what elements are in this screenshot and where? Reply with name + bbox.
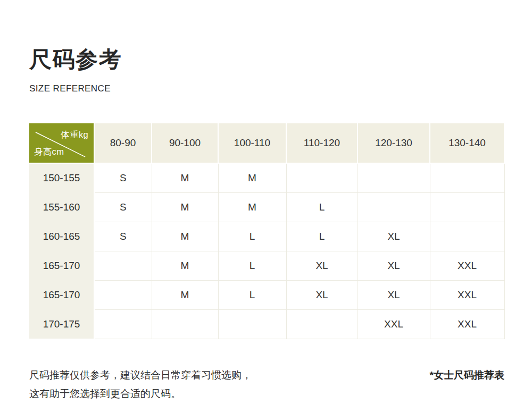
size-cell: M [152,163,218,192]
col-header-weight: 120-130 [358,123,430,163]
col-header-weight: 110-120 [286,123,358,163]
size-cell: XL [286,251,358,280]
corner-cell: 体重kg 身高cm [29,123,94,163]
size-cell: XXL [430,251,504,280]
size-cell [358,192,430,222]
row-header-height: 170-175 [29,309,94,339]
size-cell [94,251,152,280]
table-row: 155-160 S M M L [29,192,504,222]
table-row: 160-165 S M L L XL [29,222,504,251]
size-cell: S [94,222,152,251]
size-cell: M [152,192,218,222]
chart-type-label: *女士尺码推荐表 [430,366,504,384]
size-cell: M [152,251,218,280]
row-header-height: 165-170 [29,251,94,280]
size-cell: XL [358,280,430,309]
table-row: 150-155 S M M [29,163,504,192]
size-cell: XL [358,222,430,251]
size-cell: L [218,251,286,280]
size-cell: M [218,192,286,222]
size-cell [286,309,358,339]
size-cell [430,222,504,251]
col-header-weight: 100-110 [218,123,286,163]
header-row: 体重kg 身高cm 80-90 90-100 100-110 110-120 1… [29,123,504,163]
size-cell [430,192,504,222]
size-cell: M [152,280,218,309]
footer: 尺码推荐仅供参考，建议结合日常穿着习惯选购， 这有助于您选择到更合适的尺码。 *… [29,366,504,403]
size-cell: XL [286,280,358,309]
size-cell: M [152,222,218,251]
size-cell [286,163,358,192]
size-cell [430,163,504,192]
table-row: 170-175 XXL XXL [29,309,504,339]
size-cell: L [218,280,286,309]
row-header-height: 155-160 [29,192,94,222]
size-cell: L [218,222,286,251]
size-cell [152,309,218,339]
page-title: 尺码参考 [29,47,504,72]
size-cell [94,280,152,309]
size-note: 尺码推荐仅供参考，建议结合日常穿着习惯选购， 这有助于您选择到更合适的尺码。 [29,366,252,403]
height-axis-label: 身高cm [34,146,64,158]
size-cell: L [286,222,358,251]
size-chart-body: 150-155 S M M 155-160 S M M L 160-165 S [29,163,504,339]
row-header-height: 150-155 [29,163,94,192]
size-cell: XXL [358,309,430,339]
size-cell: XL [358,251,430,280]
size-cell: M [218,163,286,192]
page-subtitle: SIZE REFERENCE [29,83,504,94]
row-header-height: 160-165 [29,222,94,251]
row-header-height: 165-170 [29,280,94,309]
size-cell [94,309,152,339]
size-cell [358,163,430,192]
size-cell: XXL [430,309,504,339]
size-cell: S [94,163,152,192]
table-row: 165-170 M L XL XL XXL [29,251,504,280]
size-note-line1: 尺码推荐仅供参考，建议结合日常穿着习惯选购， [29,366,252,384]
size-cell: L [286,192,358,222]
size-cell: XXL [430,280,504,309]
size-reference-section: 尺码参考 SIZE REFERENCE 体重kg 身高cm 80-90 [0,0,532,403]
table-row: 165-170 M L XL XL XXL [29,280,504,309]
col-header-weight: 80-90 [94,123,152,163]
size-chart-header: 体重kg 身高cm 80-90 90-100 100-110 110-120 1… [29,123,504,163]
col-header-weight: 90-100 [152,123,218,163]
col-header-weight: 130-140 [430,123,504,163]
size-note-line2: 这有助于您选择到更合适的尺码。 [29,384,252,403]
size-cell [218,309,286,339]
weight-axis-label: 体重kg [61,129,88,141]
size-cell: S [94,192,152,222]
size-chart-table: 体重kg 身高cm 80-90 90-100 100-110 110-120 1… [29,123,505,339]
